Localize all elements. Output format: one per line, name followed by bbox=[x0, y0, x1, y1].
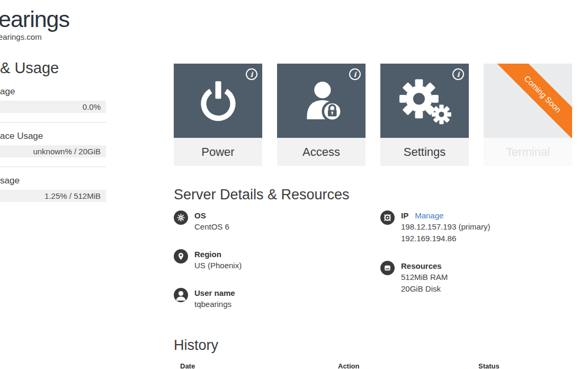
usage-meter-label: age bbox=[0, 86, 106, 97]
brand-name: earings bbox=[0, 6, 69, 32]
tile-access[interactable]: i Access bbox=[277, 64, 366, 166]
history-col-action: Action bbox=[338, 362, 478, 369]
detail-value: US (Phoenix) bbox=[194, 260, 242, 271]
detail-item-username: User name tqbearings bbox=[174, 288, 380, 310]
power-icon bbox=[194, 75, 243, 126]
info-icon[interactable]: i bbox=[349, 68, 361, 80]
usage-sidebar: & Usage age 0.0% ace Usage unknown% / 20… bbox=[0, 59, 106, 211]
tile-power[interactable]: i Power bbox=[174, 64, 262, 166]
tile-settings[interactable]: i Settings bbox=[380, 64, 469, 166]
detail-text: User name tqbearings bbox=[194, 288, 235, 310]
detail-value: 192.169.194.86 bbox=[401, 233, 490, 244]
usage-meter-cpu: age 0.0% bbox=[0, 78, 106, 122]
tile-settings-art: i bbox=[380, 64, 469, 138]
action-tiles: i Power i Access bbox=[174, 64, 572, 166]
server-details-title: Server Details & Resources bbox=[174, 187, 572, 203]
user-lock-icon bbox=[297, 75, 346, 126]
brand-domain: earings.com bbox=[0, 32, 69, 41]
tile-access-label: Access bbox=[277, 138, 366, 166]
user-icon bbox=[174, 288, 188, 302]
usage-title: & Usage bbox=[0, 59, 106, 77]
info-icon[interactable]: i bbox=[452, 68, 464, 80]
tile-settings-label: Settings bbox=[380, 138, 469, 166]
detail-item-resources: Resources 512MiB RAM 20GiB Disk bbox=[380, 261, 572, 295]
detail-item-region: Region US (Phoenix) bbox=[174, 249, 380, 271]
usage-meter-label: ace Usage bbox=[0, 131, 106, 142]
detail-value: 20GiB Disk bbox=[401, 283, 448, 295]
details-grid: OS CentOS 6 Region US (Phoenix) bbox=[174, 210, 572, 327]
detail-value: 512MiB RAM bbox=[401, 271, 448, 283]
info-icon[interactable]: i bbox=[246, 68, 257, 80]
usage-meter-memory: sage 1.25% / 512MiB bbox=[0, 167, 106, 211]
ip-label: IP bbox=[401, 211, 408, 220]
detail-label: Region bbox=[194, 249, 242, 260]
detail-text: Resources 512MiB RAM 20GiB Disk bbox=[401, 261, 448, 295]
tile-power-label: Power bbox=[174, 138, 262, 166]
detail-text: IPManage 198.12.157.193 (primary) 192.16… bbox=[401, 210, 490, 244]
gears-icon bbox=[397, 75, 452, 126]
detail-label: User name bbox=[194, 288, 235, 298]
os-icon bbox=[174, 210, 188, 225]
tile-access-art: i bbox=[277, 64, 366, 138]
detail-text: OS CentOS 6 bbox=[194, 210, 229, 233]
detail-label: OS bbox=[194, 210, 229, 221]
brand-logo[interactable]: earings earings.com bbox=[0, 6, 69, 41]
history-col-date: Date bbox=[174, 362, 338, 369]
usage-meter-disk: ace Usage unknown% / 20GiB bbox=[0, 122, 106, 167]
detail-value: tqbearings bbox=[194, 298, 235, 310]
usage-meter-bar: 1.25% / 512MiB bbox=[0, 190, 106, 202]
details-column-left: OS CentOS 6 Region US (Phoenix) bbox=[174, 210, 380, 327]
manage-ip-link[interactable]: Manage bbox=[415, 211, 443, 220]
detail-value: CentOS 6 bbox=[194, 221, 229, 233]
tile-terminal: Coming Soon Terminal bbox=[484, 64, 572, 166]
server-details-section: Server Details & Resources bbox=[174, 187, 572, 327]
tile-power-art: i bbox=[174, 64, 262, 138]
detail-text: Region US (Phoenix) bbox=[194, 249, 242, 271]
usage-meter-bar: unknown% / 20GiB bbox=[0, 145, 106, 157]
detail-item-ip: IPManage 198.12.157.193 (primary) 192.16… bbox=[380, 210, 572, 244]
details-column-right: IPManage 198.12.157.193 (primary) 192.16… bbox=[380, 210, 572, 327]
disk-icon bbox=[380, 261, 395, 275]
tile-terminal-label: Terminal bbox=[484, 138, 572, 166]
history-section: History Date Action Status bbox=[174, 337, 572, 369]
history-title: History bbox=[174, 337, 572, 354]
region-pin-icon bbox=[174, 249, 188, 263]
ip-target-icon bbox=[380, 210, 395, 225]
detail-label: IPManage bbox=[401, 210, 490, 221]
coming-soon-ribbon: Coming Soon bbox=[488, 64, 572, 138]
detail-item-os: OS CentOS 6 bbox=[174, 210, 380, 233]
usage-meter-label: sage bbox=[0, 175, 106, 186]
detail-label: Resources bbox=[401, 261, 448, 271]
history-col-status: Status bbox=[478, 362, 572, 369]
detail-value: 198.12.157.193 (primary) bbox=[401, 221, 490, 233]
history-table-header: Date Action Status bbox=[174, 362, 572, 369]
tile-terminal-art: Coming Soon bbox=[484, 64, 572, 138]
usage-meter-bar: 0.0% bbox=[0, 101, 106, 113]
